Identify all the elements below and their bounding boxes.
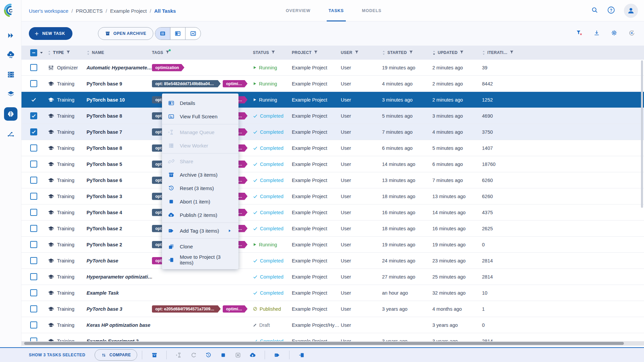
footer-action-reset[interactable] (203, 349, 214, 361)
row-checkbox[interactable] (30, 177, 37, 184)
rail-item-pipelines[interactable] (5, 128, 17, 140)
select-dropdown-caret[interactable] (39, 51, 44, 55)
sort-icon[interactable] (482, 50, 485, 56)
filter-reset-icon[interactable] (576, 29, 583, 38)
table-row[interactable]: TrainingExample TaskCompletedExample Pro… (21, 285, 644, 301)
new-task-button[interactable]: NEW TASK (29, 27, 72, 40)
task-name[interactable]: PyTorch base 8 (87, 113, 122, 119)
tag-chip[interactable]: optimi… (223, 305, 248, 313)
menu-item-archive[interactable]: Archive (3 items) (162, 168, 238, 181)
filter-icon[interactable] (271, 50, 275, 55)
task-name[interactable]: Example Task (87, 290, 119, 296)
breadcrumb-item[interactable]: PROJECTS (76, 8, 103, 14)
task-name[interactable]: PyTorch base 8 (87, 145, 122, 151)
task-name[interactable]: PyTorch base 7 (87, 129, 122, 135)
tab-overview[interactable]: OVERVIEW (286, 0, 311, 21)
table-row[interactable]: TrainingPyTorch base 9opt: 85e5482ddd714… (21, 76, 644, 92)
row-checkbox[interactable] (30, 193, 37, 200)
filter-icon[interactable] (509, 50, 514, 55)
open-archive-button[interactable]: OPEN ARCHIVE (98, 27, 153, 40)
row-checkbox[interactable] (30, 144, 37, 152)
user-avatar[interactable] (624, 4, 638, 18)
task-name[interactable]: Keras HP optimization base (87, 322, 150, 328)
row-checkbox[interactable] (30, 225, 37, 232)
tab-tasks[interactable]: TASKS (329, 0, 344, 21)
sort-icon[interactable] (382, 50, 385, 56)
menu-item-clone[interactable]: Clone (162, 240, 238, 253)
task-name[interactable]: PyTorch base 4 (87, 210, 122, 215)
menu-item-details[interactable]: Details (162, 96, 238, 110)
auto-refresh-icon[interactable] (628, 29, 635, 38)
tab-models[interactable]: MODELS (362, 0, 381, 21)
menu-item-publish[interactable]: Publish (2 items) (162, 208, 238, 222)
table-row[interactable]: TrainingPyTorch base 3opt: e205d684f7954… (21, 301, 644, 317)
row-checkbox[interactable] (30, 112, 37, 119)
filter-icon[interactable] (314, 50, 318, 55)
row-checkbox[interactable] (30, 273, 37, 280)
task-name[interactable]: PyTorch base 6 (87, 178, 122, 183)
row-selected-check[interactable] (30, 97, 37, 103)
table-row[interactable]: TrainingPyTorch base 3opt:optimi…Complet… (21, 188, 644, 204)
sort-icon[interactable] (432, 50, 436, 56)
footer-action-abort[interactable] (217, 349, 229, 361)
row-checkbox[interactable] (30, 128, 37, 135)
rail-item-projects[interactable] (4, 107, 17, 121)
task-name[interactable]: PyTorch base 10 (87, 97, 125, 103)
sort-icon[interactable] (48, 50, 51, 56)
filter-icon[interactable] (460, 50, 464, 55)
task-name[interactable]: PyTorch base 5 (87, 162, 122, 167)
table-row[interactable]: TrainingPyTorch base 5opt:optimi…Complet… (21, 156, 644, 172)
task-name[interactable]: PyTorch base 2 (87, 226, 122, 231)
horizontal-scrollbar[interactable] (21, 341, 644, 346)
table-row[interactable]: TrainingPyTorch base 4opt:optimi…Complet… (21, 204, 644, 221)
rail-item-workers[interactable] (5, 68, 17, 80)
task-name[interactable]: PyTorch base (87, 258, 118, 263)
breadcrumb-item[interactable]: Example Project (110, 8, 147, 14)
menu-item-move-to-project[interactable]: Move to Project (3 items) (162, 253, 238, 266)
table-row[interactable]: TrainingPyTorch base 2opt:optimi…Complet… (21, 221, 644, 237)
vertical-scrollbar[interactable] (641, 60, 643, 341)
rail-item-expand[interactable] (5, 29, 17, 42)
settings-icon[interactable] (611, 29, 618, 38)
task-name[interactable]: PyTorch base 2 (87, 242, 122, 247)
task-name[interactable]: PyTorch base 9 (87, 81, 122, 86)
filter-icon[interactable] (355, 50, 359, 55)
table-row[interactable]: TrainingHyperparameter optimizati…Comple… (21, 269, 644, 285)
breadcrumb-item[interactable]: User's workspace (29, 8, 68, 14)
tag-chip[interactable]: opt: 85e5482ddd7149b8ba04… (152, 80, 221, 87)
tag-chip[interactable]: optimization (152, 64, 184, 71)
search-icon[interactable] (591, 6, 598, 15)
row-checkbox[interactable] (30, 289, 37, 296)
row-checkbox[interactable] (30, 257, 37, 264)
sort-icon[interactable] (87, 50, 90, 56)
table-row[interactable]: TrainingPyTorch base 8opt:optimi…Complet… (21, 108, 644, 124)
horizontal-scrollbar-thumb[interactable] (24, 342, 624, 345)
table-row[interactable]: TrainingPyTorch base 10opt:optimi…Runnin… (21, 92, 644, 108)
compare-button[interactable]: COMPARE (95, 349, 137, 361)
chart-view-toggle[interactable] (185, 27, 201, 40)
clearml-logo[interactable]: C (3, 3, 18, 19)
row-checkbox[interactable] (30, 161, 37, 168)
row-checkbox[interactable] (30, 241, 37, 248)
tag-chip[interactable]: opt: e205d684f7954571a7309… (152, 305, 221, 313)
task-name[interactable]: Hyperparameter optimizati… (87, 274, 152, 280)
table-row[interactable]: TrainingPyTorch baseoptimi…CompletedExam… (21, 253, 644, 269)
row-checkbox[interactable] (30, 305, 37, 312)
table-row[interactable]: OptimizerAutomatic Hyperparamete…optimiz… (21, 60, 644, 76)
table-row[interactable]: TrainingKeras HP optimization baseDraftE… (21, 317, 644, 333)
breadcrumb-item[interactable]: All Tasks (154, 8, 176, 14)
split-view-toggle[interactable] (170, 27, 185, 40)
footer-action-publish[interactable] (247, 349, 258, 361)
footer-action-add-tag[interactable] (271, 349, 283, 361)
task-name[interactable]: PyTorch base 3 (87, 306, 122, 312)
table-row[interactable]: TrainingPyTorch base 7opt:optimi…Complet… (21, 124, 644, 140)
footer-action-move-to-project[interactable] (296, 349, 307, 361)
menu-item-view-full-screen[interactable]: View Full Screen (162, 110, 238, 123)
row-checkbox[interactable] (30, 80, 37, 87)
footer-action-archive[interactable] (149, 349, 160, 361)
filter-icon[interactable] (66, 50, 70, 55)
row-checkbox[interactable] (30, 64, 37, 71)
download-icon[interactable] (593, 29, 600, 38)
row-checkbox[interactable] (30, 321, 37, 328)
help-icon[interactable]: ? (607, 6, 615, 15)
